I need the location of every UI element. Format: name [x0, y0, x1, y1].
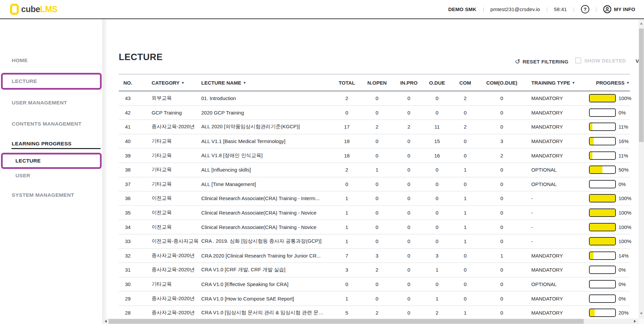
cell-com: 0 [452, 296, 478, 302]
cell-in-pro: 0 [396, 95, 422, 101]
sidebar-item-user-management[interactable]: USER MANAGEMENT [12, 98, 67, 108]
progress-bar-fill [590, 152, 592, 159]
cell-com: 0 [452, 281, 478, 287]
cell-no: 34 [119, 224, 137, 230]
cell-no: 31 [119, 267, 137, 273]
column-header-lecture-name[interactable]: LECTURE NAME▼ [198, 80, 335, 86]
cell-category: 종사자교육-2020년 [137, 310, 198, 316]
column-header-training-type[interactable]: TRAINING TYPE▼ [525, 80, 585, 86]
cell-total: 2 [335, 167, 358, 173]
my-info-button[interactable]: MY INFO [603, 5, 635, 13]
table-row[interactable]: 38기타교육ALL [Influencing skills]210010OPTI… [119, 163, 630, 177]
cell-no: 39 [119, 153, 137, 158]
cell-n-open: 0 [358, 153, 396, 158]
cell-lecture-name: ALL 2020 [의약품임상시험관리기준(KGCP)] [198, 124, 335, 130]
progress-percent: 0% [619, 110, 626, 115]
cube-logo-icon [10, 4, 19, 15]
table-row[interactable]: 32종사자교육-2020년CRA 2020 [Clinical Research… [119, 249, 630, 263]
table-row[interactable]: 31종사자교육-2020년CRA V1.0 [CRF 개발, CRF 개발 실습… [119, 263, 630, 277]
cell-progress: 0% [585, 280, 630, 288]
cell-lecture-name: CRA V1.0 [Effective Speaking for CRA] [198, 281, 335, 287]
cell-category: 이전교육 [137, 195, 198, 201]
progress-bar-fill [590, 252, 593, 259]
scroll-left-arrow-icon[interactable] [105, 320, 107, 323]
table-row[interactable]: 29종사자교육-2020년CRA V1.0 [How to Compose SA… [119, 291, 630, 306]
sort-caret-icon: ▼ [626, 81, 630, 85]
scroll-down-arrow-icon[interactable] [640, 313, 643, 315]
cell-progress: 0% [585, 266, 630, 274]
show-deleted-toggle[interactable]: SHOW DELETED [575, 57, 626, 63]
table-row[interactable]: 42GCP Training2020 GCP Training000000MAN… [119, 106, 630, 120]
cell-progress: 50% [585, 166, 630, 174]
cell-no: 32 [119, 253, 137, 259]
table-row[interactable]: 35이전교육Clinical Research Associate(CRA) T… [119, 206, 630, 220]
reset-filtering-button[interactable]: ↺ RESET FILTERING [515, 57, 569, 66]
horizontal-scrollbar-thumb[interactable] [109, 319, 584, 324]
progress-percent: 50% [619, 167, 629, 173]
sidebar-subitem-lecture[interactable]: LECTURE [1, 153, 102, 169]
cell-o-due: 1 [422, 296, 452, 302]
brand-logo[interactable]: cube LMS [10, 4, 57, 15]
cell-total: 1 [335, 296, 358, 302]
sidebar-subitem-user[interactable]: USER [15, 171, 30, 181]
table-row[interactable]: 34이전교육Clinical Research Associate(CRA) T… [119, 220, 630, 234]
cell-category: 종사자교육-2020년 [137, 252, 198, 259]
table-row[interactable]: 36이전교육Clinical Research Associate(CRA) T… [119, 191, 630, 206]
cell-progress: 0% [585, 180, 630, 188]
cell-o-due: 0 [422, 238, 452, 244]
cell-no: 37 [119, 181, 137, 187]
progress-bar-fill [590, 209, 615, 216]
user-email: pmtest231@crsdev.io [490, 6, 540, 12]
table-row[interactable]: 33이전교육-종사자교육CRA . 2019. 심화 [임상시험등 종사자 공통… [119, 234, 630, 249]
cell-o-due: 3 [422, 253, 452, 259]
cell-com-odue: 0 [478, 95, 525, 101]
sidebar-nav: HOME LECTURE USER MANAGEMENT CONTENTS MA… [0, 19, 103, 324]
cell-in-pro: 0 [396, 238, 422, 244]
column-header-com-odue: COM(O.DUE) [478, 80, 525, 86]
cell-com: 1 [452, 224, 478, 230]
progress-bar [589, 223, 616, 231]
progress-bar [589, 94, 616, 102]
sidebar-item-system-management[interactable]: SYSTEM MANAGEMENT [12, 190, 74, 200]
cell-training-type: MANDATORY [525, 267, 585, 273]
cell-n-open: 0 [358, 195, 396, 201]
cell-total: 1 [335, 238, 358, 244]
table-row[interactable]: 39기타교육ALL V1.8 [장애인 인식교육]18001602MANDATO… [119, 148, 630, 163]
vertical-scrollbar[interactable] [639, 20, 644, 319]
horizontal-scrollbar[interactable] [103, 319, 639, 324]
sidebar-item-learning-progress[interactable]: LEARNING PROGRESS [12, 139, 71, 149]
progress-bar [589, 294, 616, 303]
table-toolbar: ↺ RESET FILTERING SHOW DELETED VI [103, 57, 644, 67]
sidebar-item-home[interactable]: HOME [12, 55, 28, 65]
column-header-progress[interactable]: PROGRESS▼ [585, 80, 630, 86]
scroll-right-arrow-icon[interactable] [634, 320, 636, 323]
cell-in-pro: 0 [396, 296, 422, 302]
help-icon[interactable]: ? [581, 5, 589, 13]
vertical-scrollbar-thumb[interactable] [639, 29, 644, 142]
sidebar-item-contents-management[interactable]: CONTENTS MANAGEMENT [12, 119, 82, 129]
cell-training-type: MANDATORY [525, 138, 585, 144]
cell-category: 기타교육 [137, 181, 198, 187]
scroll-up-arrow-icon[interactable] [640, 22, 643, 25]
cell-o-due: 0 [422, 195, 452, 201]
sidebar-item-lecture[interactable]: LECTURE [1, 73, 102, 90]
column-header-category[interactable]: CATEGORY▼ [137, 80, 198, 86]
table-row[interactable]: 28종사자교육-2020년CRA V1.0 [임상시험 문서의 관리 & 임상시… [119, 306, 630, 320]
cell-training-type: - [525, 224, 585, 230]
table-row[interactable]: 30기타교육CRA V1.0 [Effective Speaking for C… [119, 277, 630, 292]
cell-n-open: 0 [358, 95, 396, 101]
show-deleted-checkbox[interactable] [575, 57, 581, 63]
cell-com-odue: 2 [478, 153, 525, 158]
table-row[interactable]: 43외부교육01. Introduction200020MANDATORY100… [119, 91, 630, 106]
cell-n-open: 2 [358, 267, 396, 273]
cell-o-due: 15 [422, 138, 452, 144]
cell-total: 1 [335, 195, 358, 201]
cell-com-odue: 1 [478, 253, 525, 259]
cell-progress: 11% [585, 151, 630, 160]
header-separator: | [596, 7, 597, 12]
table-row[interactable]: 41종사자교육-2020년ALL 2020 [의약품임상시험관리기준(KGCP)… [119, 120, 630, 134]
table-row[interactable]: 37기타교육ALL [Time Management]000000OPTIONA… [119, 177, 630, 192]
column-header-no: NO. [119, 80, 137, 86]
progress-bar-fill [590, 95, 615, 102]
table-row[interactable]: 40기타교육ALL V1.1 [Basic Medical Terminolog… [119, 134, 630, 149]
